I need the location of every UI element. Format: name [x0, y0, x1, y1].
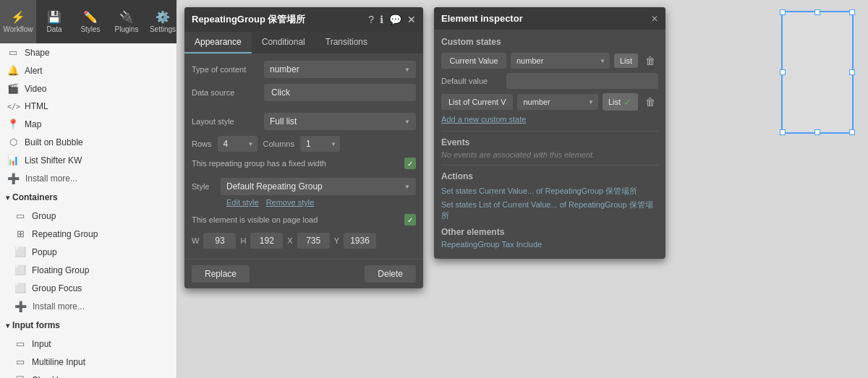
sidebar-item-list-shifter[interactable]: 📊 List Shifter KW: [0, 151, 176, 169]
sidebar-item-gf-label: Group Focus: [32, 283, 82, 293]
h-input[interactable]: [250, 233, 283, 249]
state2-name-button[interactable]: List of Current V: [441, 94, 513, 110]
sidebar-item-map-label: Map: [25, 119, 41, 129]
top-nav: ⚡ Workflow 💾 Data ✏️ Styles 🔌 Plugins ⚙️…: [0, 0, 176, 43]
handle-middle-left[interactable]: [780, 69, 786, 75]
nav-plugins[interactable]: 🔌 Plugins: [109, 0, 145, 43]
state2-type-select[interactable]: number: [517, 94, 597, 110]
sidebar-item-popup[interactable]: ⬜ Popup: [0, 243, 176, 261]
tab-appearance[interactable]: Appearance: [184, 32, 252, 53]
tab-transitions[interactable]: Transitions: [315, 32, 378, 53]
sidebar-item-video[interactable]: 🎬 Video: [0, 80, 176, 98]
canvas-repeating-group-element[interactable]: [781, 11, 854, 134]
sidebar-item-checkbox[interactable]: ☑ Checkbox: [0, 371, 176, 378]
delete-button[interactable]: Delete: [365, 265, 416, 283]
info-icon[interactable]: ℹ: [380, 14, 383, 25]
handle-top-middle[interactable]: [814, 9, 820, 15]
sidebar-item-floating-group[interactable]: ⬜ Floating Group: [0, 261, 176, 279]
help-icon[interactable]: ?: [368, 14, 374, 25]
nav-data[interactable]: 💾 Data: [36, 0, 72, 43]
inspector-header: Element inspector ✕: [434, 7, 665, 30]
state1-list-badge[interactable]: List: [614, 53, 638, 68]
nav-data-label: Data: [46, 25, 61, 33]
rows-cols-container: Rows 4 Columns 1: [192, 136, 416, 152]
rows-cols-row: Rows 4 Columns 1: [192, 136, 416, 152]
inspector-close-icon[interactable]: ✕: [651, 14, 658, 24]
styles-icon: ✏️: [83, 10, 98, 24]
dimensions-row: W H X Y: [192, 233, 416, 249]
action2-link[interactable]: Set states List of Current Value... of R…: [441, 199, 658, 221]
chat-icon[interactable]: 💬: [389, 14, 401, 25]
layout-style-select-wrapper: Full list: [264, 113, 416, 130]
visible-on-load-row: This element is visible on page load ✓: [192, 214, 416, 225]
input-forms-arrow-icon: ▾: [6, 322, 9, 330]
floating-group-icon: ⬜: [14, 265, 26, 275]
built-on-bubble-icon: ⬡: [7, 137, 19, 147]
columns-select-wrapper: 1: [300, 136, 340, 152]
state1-row: Current Value number List 🗑: [441, 53, 658, 69]
state1-type-wrapper: number: [511, 53, 610, 69]
layout-style-select[interactable]: Full list: [264, 113, 416, 130]
nav-settings[interactable]: ⚙️ Settings: [145, 0, 177, 43]
install-more-top[interactable]: ➕ Install more...: [0, 169, 176, 188]
state2-list-badge[interactable]: List ✓: [603, 93, 638, 111]
sidebar-item-alert[interactable]: 🔔 Alert: [0, 61, 176, 80]
default-value-label: Default value: [441, 77, 506, 85]
style-select[interactable]: Default Repeating Group: [221, 178, 416, 195]
state2-check-icon: ✓: [624, 96, 632, 108]
state1-type-select[interactable]: number: [511, 53, 610, 69]
replace-button[interactable]: Replace: [192, 265, 250, 283]
state1-name-button[interactable]: Current Value: [441, 53, 506, 69]
columns-select[interactable]: 1: [300, 136, 340, 152]
actions-title: Actions: [441, 171, 658, 181]
sidebar-item-bob-label: Built on Bubble: [25, 137, 83, 147]
divider1: [441, 131, 658, 132]
sidebar-item-input[interactable]: ▭ Input: [0, 335, 176, 353]
tab-conditional[interactable]: Conditional: [252, 32, 315, 53]
nav-styles[interactable]: ✏️ Styles: [72, 0, 109, 43]
type-of-content-select-wrapper: number: [264, 61, 416, 78]
state2-type-wrapper: number: [517, 94, 597, 110]
handle-bottom-right[interactable]: [849, 129, 855, 135]
nav-workflow[interactable]: ⚡ Workflow: [0, 0, 36, 43]
sidebar-item-map[interactable]: 📍 Map: [0, 115, 176, 133]
x-input[interactable]: [297, 233, 330, 249]
action1-link[interactable]: Set states Current Value... of Repeating…: [441, 186, 658, 197]
group-icon: ▭: [14, 210, 26, 221]
state1-delete-button[interactable]: 🗑: [642, 53, 658, 68]
group-focus-icon: ⬜: [14, 283, 26, 293]
edit-style-link[interactable]: Edit style: [226, 198, 259, 207]
handle-middle-right[interactable]: [849, 69, 855, 75]
visible-on-load-checkbox[interactable]: ✓: [404, 214, 416, 225]
map-icon: 📍: [7, 119, 19, 129]
handle-top-right[interactable]: [849, 9, 855, 15]
remove-style-link[interactable]: Remove style: [266, 198, 315, 207]
install-more-containers[interactable]: ➕ Install more...: [0, 297, 176, 316]
sidebar-item-repeating-group[interactable]: ⊞ Repeating Group: [0, 225, 176, 243]
sidebar-item-html[interactable]: </> HTML: [0, 98, 176, 115]
handle-top-left[interactable]: [780, 9, 786, 15]
sidebar-item-group-focus[interactable]: ⬜ Group Focus: [0, 279, 176, 297]
y-input[interactable]: [344, 233, 376, 249]
add-custom-state-link[interactable]: Add a new custom state: [441, 115, 658, 124]
close-icon[interactable]: ✕: [407, 14, 416, 25]
type-of-content-select[interactable]: number: [264, 61, 416, 78]
sidebar-item-multiline-input[interactable]: ▭ Multiline Input: [0, 353, 176, 371]
fixed-width-checkbox[interactable]: ✓: [404, 158, 416, 169]
handle-bottom-left[interactable]: [780, 129, 786, 135]
handle-bottom-middle[interactable]: [814, 129, 820, 135]
sidebar-item-ls-label: List Shifter KW: [25, 155, 82, 166]
input-forms-category[interactable]: ▾ Input forms: [0, 316, 176, 335]
state2-delete-button[interactable]: 🗑: [642, 95, 658, 109]
data-source-button[interactable]: Click: [264, 84, 416, 101]
sidebar-item-built-on-bubble[interactable]: ⬡ Built on Bubble: [0, 133, 176, 151]
containers-category[interactable]: ▾ Containers: [0, 188, 176, 207]
other-element1-link[interactable]: RepeatingGroup Tax Include: [441, 240, 658, 249]
default-value-input[interactable]: [506, 73, 658, 89]
sidebar-item-shape[interactable]: ▭ Shape: [0, 43, 176, 61]
sidebar-item-group[interactable]: ▭ Group: [0, 207, 176, 225]
data-icon: 💾: [47, 10, 61, 24]
w-input[interactable]: [203, 233, 236, 249]
containers-arrow-icon: ▾: [6, 194, 9, 202]
rows-select[interactable]: 4: [218, 136, 258, 152]
